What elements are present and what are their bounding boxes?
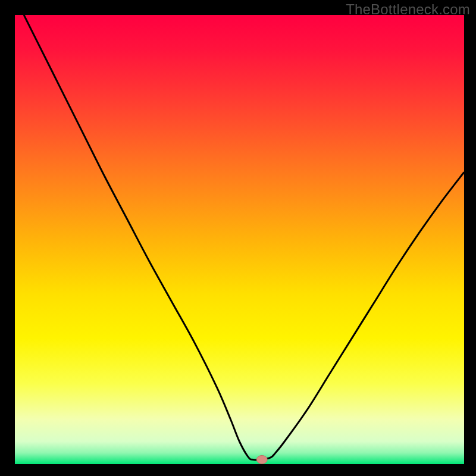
chart-frame: TheBottleneck.com (0, 0, 476, 476)
gradient-background (15, 15, 464, 464)
watermark-text: TheBottleneck.com (346, 1, 470, 18)
optimal-point-marker (256, 455, 267, 464)
bottleneck-chart (0, 0, 476, 476)
